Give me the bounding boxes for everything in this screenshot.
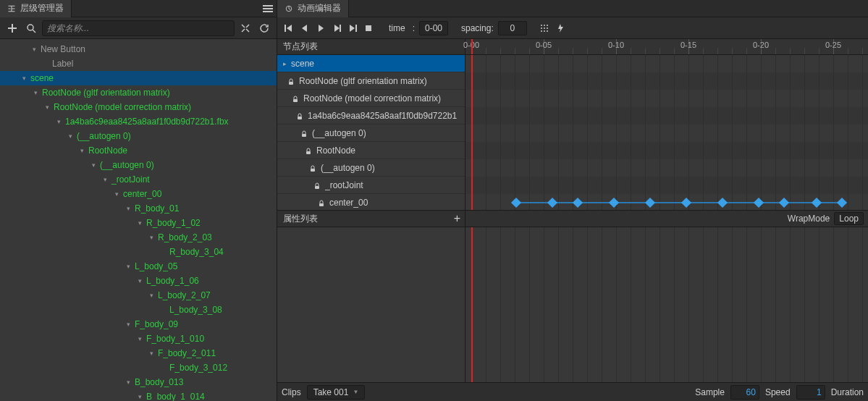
expand-arrow-icon[interactable]: ▾ — [78, 147, 85, 154]
first-frame-button[interactable] — [282, 20, 296, 36]
tree-node[interactable]: L_body_3_08 — [0, 303, 277, 317]
tree-node[interactable]: ▾(__autogen 0) — [0, 158, 277, 172]
tree-node[interactable]: ▾1a4ba6c9eaa8425a8aaf1f0db9d722b1.fbx — [0, 114, 277, 129]
proplist-header: 属性列表 + — [277, 211, 465, 227]
nodelist-row[interactable]: 1a4ba6c9eaa8425a8aaf1f0db9d722b1 — [277, 107, 465, 124]
tree-node[interactable]: ▾R_body_2_03 — [0, 230, 277, 245]
event-button[interactable] — [553, 20, 568, 36]
expand-arrow-icon[interactable]: ▾ — [136, 335, 143, 342]
tree-node[interactable]: ▾RootNode (model correction matrix) — [0, 100, 277, 114]
tree-node[interactable]: ▾scene — [0, 71, 277, 85]
tree-node[interactable]: ▾(__autogen 0) — [0, 129, 277, 143]
sample-value[interactable]: 60 — [730, 385, 759, 400]
tree-node-label: B_body_013 — [135, 377, 183, 387]
tree-node-label: L_body_3_08 — [169, 305, 222, 315]
expand-arrow-icon[interactable]: ▾ — [148, 292, 155, 299]
lock-icon — [305, 147, 312, 154]
expand-arrow-icon[interactable]: ▾ — [90, 161, 97, 169]
expand-arrow-icon[interactable]: ▾ — [148, 234, 155, 241]
search-button[interactable] — [23, 20, 39, 36]
tree-node[interactable]: ▾center_00 — [0, 187, 277, 201]
expand-arrow-icon[interactable]: ▾ — [136, 277, 143, 284]
nodelist-row[interactable]: center_00 — [277, 194, 465, 210]
hierarchy-tree[interactable]: ▾New ButtonLabel▾scene▾RootNode (gltf or… — [0, 39, 277, 401]
panel-menu-button[interactable] — [259, 0, 277, 17]
nodelist-row[interactable]: RootNode — [277, 142, 465, 159]
timeline-area[interactable] — [465, 55, 868, 210]
animator-nodelist[interactable]: ▸sceneRootNode (gltf orientation matrix)… — [277, 55, 465, 210]
tree-node[interactable]: ▾L_body_1_06 — [0, 274, 277, 288]
expand-arrow-icon[interactable]: ▾ — [20, 75, 28, 82]
tree-node[interactable]: ▾R_body_1_02 — [0, 216, 277, 230]
tree-node[interactable]: ▾F_body_09 — [0, 317, 277, 332]
clip-dropdown[interactable]: Take 001 ▼ — [307, 385, 366, 400]
collapse-all-button[interactable] — [237, 20, 253, 36]
property-timeline-area[interactable] — [465, 227, 868, 382]
svg-rect-29 — [306, 151, 311, 154]
expand-arrow-icon[interactable]: ▸ — [283, 60, 287, 67]
nodelist-row[interactable]: _rootJoint — [277, 177, 465, 194]
tree-node[interactable]: ▾New Button — [0, 42, 277, 56]
expand-arrow-icon[interactable]: ▾ — [113, 190, 120, 198]
tree-node[interactable]: ▾F_body_2_011 — [0, 346, 277, 360]
svg-marker-13 — [350, 25, 355, 32]
hierarchy-search[interactable] — [42, 20, 235, 36]
expand-arrow-icon[interactable]: ▾ — [30, 46, 38, 53]
nodelist-row[interactable]: ▸scene — [277, 55, 465, 72]
svg-rect-26 — [293, 99, 298, 102]
add-property-button[interactable]: + — [454, 212, 460, 225]
time-value[interactable]: 0-00 — [419, 21, 448, 35]
tree-node[interactable]: F_body_3_012 — [0, 360, 277, 375]
search-input[interactable] — [47, 23, 229, 33]
speed-value[interactable]: 1 — [796, 385, 825, 400]
add-node-button[interactable] — [4, 20, 20, 36]
expand-arrow-icon[interactable]: ▾ — [125, 379, 132, 386]
tree-node[interactable]: ▾R_body_01 — [0, 201, 277, 216]
expand-arrow-icon[interactable]: ▾ — [55, 118, 62, 125]
lock-icon — [292, 95, 299, 102]
nodelist-row[interactable]: (__autogen 0) — [277, 159, 465, 177]
tree-node[interactable]: Label — [0, 56, 277, 71]
expand-arrow-icon[interactable]: ▾ — [32, 89, 39, 96]
svg-point-20 — [544, 28, 545, 29]
tree-node[interactable]: ▾B_body_013 — [0, 375, 277, 389]
tree-node[interactable]: R_body_3_04 — [0, 245, 277, 259]
last-frame-button[interactable] — [345, 20, 360, 36]
expand-arrow-icon[interactable]: ▾ — [136, 393, 143, 400]
clips-label: Clips — [282, 387, 301, 397]
expand-arrow-icon[interactable]: ▾ — [43, 104, 51, 111]
expand-arrow-icon[interactable]: ▾ — [148, 350, 155, 357]
expand-arrow-icon[interactable]: ▾ — [67, 132, 74, 140]
next-frame-button[interactable] — [329, 20, 344, 36]
proplist-area[interactable] — [277, 227, 465, 382]
animator-tab[interactable]: 动画编辑器 — [277, 0, 349, 17]
nodelist-label: scene — [291, 59, 314, 69]
timeline-ruler[interactable]: 0-000-050-100-150-200-25 — [465, 39, 868, 54]
nodelist-row[interactable]: RootNode (model correction matrix) — [277, 90, 465, 107]
refresh-button[interactable] — [256, 20, 272, 36]
svg-rect-1 — [263, 8, 273, 9]
nodelist-row[interactable]: (__autogen 0) — [277, 124, 465, 142]
tree-node[interactable]: ▾RootNode (gltf orientation matrix) — [0, 85, 277, 100]
nodelist-row[interactable]: RootNode (gltf orientation matrix) — [277, 72, 465, 90]
tree-node[interactable]: ▾RootNode — [0, 143, 277, 158]
wrapmode-value[interactable]: Loop — [834, 212, 864, 225]
prev-frame-button[interactable] — [298, 20, 312, 36]
hierarchy-tab[interactable]: 层级管理器 — [0, 0, 72, 17]
tree-node[interactable]: ▾B_body_1_014 — [0, 389, 277, 401]
tree-node[interactable]: ▾L_body_2_07 — [0, 288, 277, 303]
expand-arrow-icon[interactable]: ▾ — [101, 176, 109, 183]
expand-arrow-icon[interactable]: ▾ — [125, 205, 132, 212]
expand-arrow-icon[interactable]: ▾ — [125, 321, 132, 328]
tree-node[interactable]: ▾_rootJoint — [0, 172, 277, 187]
tree-node[interactable]: ▾L_body_05 — [0, 259, 277, 274]
spacing-value[interactable]: 0 — [498, 21, 527, 35]
tree-node[interactable]: ▾F_body_1_010 — [0, 332, 277, 346]
stop-button[interactable] — [361, 20, 376, 36]
expand-arrow-icon[interactable]: ▾ — [125, 263, 132, 270]
tree-node-label: L_body_1_06 — [146, 276, 199, 286]
animation-icon — [285, 4, 293, 13]
snap-button[interactable] — [537, 20, 552, 36]
play-button[interactable] — [313, 20, 328, 36]
expand-arrow-icon[interactable]: ▾ — [136, 219, 143, 227]
